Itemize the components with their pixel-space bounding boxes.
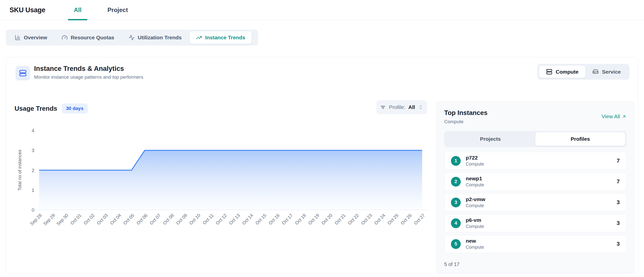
profile-filter-dropdown[interactable]: Profile: All [377, 100, 427, 114]
x-tick-label: Oct 21 [334, 213, 347, 226]
tab-instance-trends[interactable]: Instance Trends [190, 31, 252, 44]
usage-trends-chart: 01234Total no of instancesSep 28Sep 29Se… [15, 120, 431, 235]
view-all-link[interactable]: View All [602, 113, 626, 119]
tab-overview[interactable]: Overview [8, 31, 54, 44]
view-tab-bar: OverviewResource QuotasUtilization Trend… [6, 30, 258, 46]
x-tick-label: Oct 11 [202, 213, 215, 226]
instance-type: Compute [466, 203, 485, 208]
tab-projects[interactable]: Projects [445, 132, 535, 146]
x-tick-label: Oct 06 [135, 213, 148, 226]
x-tick-label: Oct 03 [96, 213, 109, 226]
filter-icon [380, 104, 386, 110]
rank-badge: 5 [451, 239, 461, 249]
instance-list-item[interactable]: 5newCompute3 [444, 235, 626, 253]
active-tab-underline [68, 19, 87, 20]
instance-list-item[interactable]: 4p6-vmCompute3 [444, 214, 626, 232]
y-axis-label: Total no of instances [17, 150, 22, 191]
service-toggle-button[interactable]: Service [585, 66, 628, 78]
chevrons-up-down-icon [418, 105, 423, 110]
arrow-up-right-icon [622, 114, 626, 119]
top-bar: SKU Usage AllProject [0, 0, 644, 20]
x-tick-label: Oct 20 [320, 213, 334, 226]
top-instances-list: 1p722Compute72newp1Compute73p2-vmwComput… [444, 152, 626, 253]
instance-info: p6-vmCompute [466, 217, 484, 229]
x-tick-label: Sep 29 [42, 213, 56, 226]
activity-icon [129, 35, 135, 41]
header-tab-label: All [74, 7, 82, 14]
instance-type: Compute [466, 245, 484, 250]
tab-utilization-trends[interactable]: Utilization Trends [122, 31, 188, 44]
profile-filter-value: All [408, 104, 415, 110]
usage-trends-header: Usage Trends 30 days [15, 103, 88, 113]
x-tick-label: Oct 02 [83, 213, 96, 226]
top-instances-title: Top Instances [444, 109, 626, 117]
top-instances-subtitle: Compute [444, 119, 626, 124]
instance-name: p722 [466, 155, 484, 161]
x-tick-label: Oct 10 [188, 213, 201, 226]
x-tick-label: Sep 30 [56, 213, 69, 226]
toggle-label: Compute [556, 69, 578, 75]
card-subtitle: Monitor instance usage patterns and top … [34, 74, 143, 80]
instance-info: newCompute [466, 238, 484, 250]
instance-name: p2-vmw [466, 196, 485, 202]
x-tick-label: Oct 23 [360, 213, 373, 226]
bar-chart-icon [15, 35, 21, 41]
area-fill [39, 150, 422, 210]
top-instances-panel: Top Instances Compute View All ProjectsP… [436, 101, 635, 273]
header-tab-label: Project [107, 7, 128, 14]
x-tick-label: Oct 01 [69, 213, 82, 226]
rank-badge: 4 [451, 218, 461, 228]
instance-list-item[interactable]: 2newp1Compute7 [444, 173, 626, 191]
y-tick-label: 0 [32, 207, 34, 213]
x-tick-label: Oct 26 [400, 213, 413, 226]
y-tick-label: 4 [32, 128, 34, 133]
rank-badge: 2 [451, 177, 461, 187]
instance-info: newp1Compute [466, 176, 484, 188]
tab-label: Utilization Trends [138, 35, 182, 41]
instance-list-item[interactable]: 3p2-vmwCompute3 [444, 193, 626, 211]
tab-profiles[interactable]: Profiles [535, 132, 625, 146]
instance-name: p6-vm [466, 217, 484, 223]
toggle-label: Service [602, 69, 621, 75]
tab-label: Overview [24, 35, 47, 41]
profile-filter-label: Profile: [389, 104, 405, 110]
instance-count: 7 [617, 178, 620, 185]
instance-name: new [466, 238, 484, 244]
x-tick-label: Sep 28 [29, 213, 43, 226]
x-tick-label: Oct 12 [215, 213, 228, 226]
instance-name: newp1 [466, 176, 484, 182]
x-tick-label: Oct 16 [268, 213, 281, 226]
x-tick-label: Oct 18 [294, 213, 307, 226]
tab-label: Instance Trends [205, 35, 245, 41]
compute-toggle-button[interactable]: Compute [539, 66, 585, 78]
x-tick-label: Oct 17 [281, 213, 294, 226]
list-count-footer: 5 of 17 [444, 261, 626, 267]
tab-label: Resource Quotas [71, 35, 114, 41]
rank-badge: 1 [451, 156, 461, 166]
instance-type: Compute [466, 162, 484, 167]
header-tab-project[interactable]: Project [101, 0, 134, 20]
x-tick-label: Oct 13 [228, 213, 241, 226]
y-tick-label: 2 [32, 168, 34, 173]
instance-list-item[interactable]: 1p722Compute7 [444, 152, 626, 170]
x-tick-label: Oct 15 [254, 213, 267, 226]
x-tick-label: Oct 05 [122, 213, 135, 226]
x-tick-label: Oct 08 [162, 213, 175, 226]
page-title: SKU Usage [10, 0, 45, 20]
x-tick-label: Oct 27 [413, 213, 426, 226]
tab-resource-quotas[interactable]: Resource Quotas [55, 31, 121, 44]
instance-count: 3 [617, 241, 620, 247]
gauge-icon [62, 35, 68, 41]
instance-count: 3 [617, 199, 620, 206]
instance-type: Compute [466, 182, 484, 188]
x-tick-label: Oct 24 [373, 213, 386, 226]
x-tick-label: Oct 22 [347, 213, 360, 226]
instance-count: 7 [617, 158, 620, 164]
rank-badge: 3 [451, 198, 461, 207]
card-title: Instance Trends & Analytics [34, 65, 124, 73]
server-icon [546, 69, 552, 75]
header-tab-all[interactable]: All [64, 0, 91, 20]
x-tick-label: Oct 04 [109, 213, 122, 226]
instance-info: p722Compute [466, 155, 484, 167]
x-tick-label: Oct 09 [175, 213, 188, 226]
